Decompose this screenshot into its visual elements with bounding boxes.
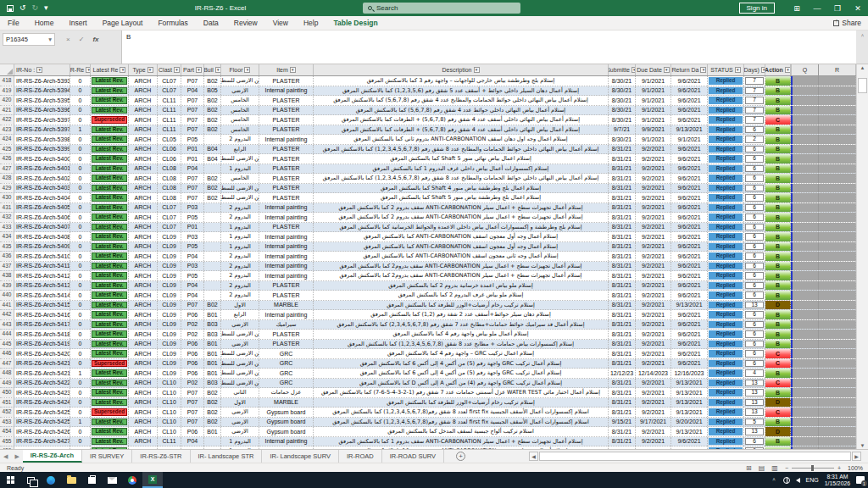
cell-class[interactable]: CL09 [158,232,181,241]
cell-due-date[interactable]: 9/2/2021 [636,213,671,222]
cell-q[interactable] [791,320,819,330]
ribbon-tab-view[interactable]: View [265,16,296,30]
row-number[interactable]: 428 [0,174,14,183]
cell-r[interactable] [819,115,856,125]
cell-days[interactable]: 6 [744,174,765,183]
cell-class[interactable]: CL09 [158,310,181,319]
cell-class[interactable]: CL09 [158,291,181,300]
cell-return-date[interactable]: 9/6/2021 [671,86,708,96]
cell-days[interactable]: 6 [744,242,765,252]
row-number[interactable]: 432 [0,213,14,222]
cell-item[interactable]: Internal painting [259,135,314,144]
cell-ir-rev[interactable]: 0 [70,154,91,164]
horizontal-scroll-thumb[interactable] [539,452,851,461]
cell-item[interactable]: PLASTER [259,76,314,86]
cell-submitted[interactable]: 8/31/21 [609,330,636,339]
row-number[interactable]: 450 [0,388,14,397]
cell-floor[interactable]: البدروم 2 [221,281,259,291]
cell-status[interactable]: Replied [708,184,744,193]
cell-action[interactable]: C [765,408,791,417]
cell-r[interactable] [819,281,856,291]
cell-part[interactable]: P07 [181,408,204,417]
ribbon-tab-home[interactable]: Home [27,16,62,30]
cell-part[interactable]: P02 [181,320,204,330]
cell-ir-rev[interactable]: 0 [70,262,91,271]
cell-latest-rev[interactable]: Latest Rev. [91,164,129,174]
cell-part[interactable]: P06 [181,427,204,436]
cell-floor[interactable]: البدروم 2 [221,203,259,213]
cell-status[interactable]: Replied [708,193,744,202]
cell-ir-no[interactable]: IR-RS-Z6-Arch-5420 [14,349,70,358]
cell-latest-rev[interactable]: Latest Rev. [91,271,129,280]
cell-due-date[interactable]: 9/2/2021 [636,281,671,291]
task-view-icon[interactable] [20,472,41,488]
cell-r[interactable] [819,408,856,417]
cell-days[interactable]: 2 [744,135,765,144]
cell-latest-rev[interactable]: Latest Rev. [91,125,129,135]
cell-building[interactable]: B01 [204,340,221,349]
ribbon-tab-formulas[interactable]: Formulas [150,16,195,30]
cell-submitted[interactable]: 9/15/21 [609,418,636,427]
cell-ir-no[interactable]: IR-RS-Z6-Arch-5416 [14,310,70,319]
cell-action[interactable]: B [765,418,791,427]
cell-description[interactable]: إستلام أعمال بياض النهائي داخلي أسقف عدد… [314,125,609,135]
cell-type[interactable]: ARCH [129,262,158,271]
cell-q[interactable] [791,174,819,183]
cell-part[interactable]: P07 [181,418,204,427]
cell-type[interactable]: ARCH [129,408,158,417]
share-button[interactable]: Share [833,19,861,27]
zoom-slider[interactable]: − + [785,465,841,471]
cell-submitted[interactable]: 8/31/21 [609,174,636,183]
cell-due-date[interactable]: 9/2/2021 [636,340,671,349]
cell-type[interactable]: ARCH [129,359,158,369]
cell-type[interactable]: ARCH [129,213,158,222]
cell-submitted[interactable]: 8/31/21 [609,145,636,154]
cell-building[interactable]: B02 [204,76,221,86]
cell-class[interactable]: CL09 [158,301,181,310]
cell-class[interactable]: CL10 [158,388,181,397]
cell-action[interactable]: B [765,135,791,144]
cell-latest-rev[interactable]: Latest Rev. [91,418,129,427]
cell-part[interactable]: P07 [181,96,204,105]
cell-status[interactable]: Replied [708,232,744,241]
row-number[interactable]: 437 [0,262,14,271]
row-number[interactable]: 449 [0,379,14,388]
row-number[interactable]: 454 [0,427,14,436]
cell-class[interactable]: CL11 [158,96,181,105]
cell-submitted[interactable]: 8/31/21 [609,359,636,369]
filter-dropdown-icon[interactable]: ▾ [147,67,153,73]
cell-item[interactable]: Internal painting [259,262,314,271]
cell-building[interactable]: B04 [204,145,221,154]
cell-due-date[interactable]: 9/17/2021 [636,418,671,427]
cell-days[interactable]: 6 [744,203,765,213]
cell-r[interactable] [819,213,856,222]
horizontal-scrollbar[interactable]: ◀ ▶ [529,452,861,461]
cell-due-date[interactable]: 9/2/2021 [636,349,671,358]
cell-latest-rev[interactable]: Latest Rev. [91,427,129,436]
cell-submitted[interactable]: 8/30/21 [609,106,636,115]
cell-ir-no[interactable]: IR-RS-Z6-Arch-5401 [14,164,70,174]
hscroll-left-icon[interactable]: ◀ [529,452,538,461]
cell-item[interactable]: PLASTER [259,164,314,174]
filter-dropdown-icon[interactable]: ▾ [244,67,250,73]
cell-part[interactable]: P01 [181,154,204,164]
cell-class[interactable]: CL11 [158,106,181,115]
sheet-tab-ir--landscape-str[interactable]: IR- Landscape STR [191,450,263,463]
row-number[interactable]: 422 [0,115,14,125]
cell-description[interactable]: إستلام أعمال تجهيزات سطح + اعمال سيلر AN… [314,213,609,222]
sheet-tab-ir-rs-z6-str[interactable]: IR-RS-Z6-STR [132,450,190,463]
cell-type[interactable]: ARCH [129,145,158,154]
cell-q[interactable] [791,154,819,164]
cell-description[interactable]: إستلام تركيب رخام أرضيات+الوزر للطرقة كم… [314,398,609,408]
cell-submitted[interactable]: 8/31/21 [609,223,636,232]
cell-return-date[interactable]: 9/1/2021 [671,135,708,144]
cell-type[interactable]: ARCH [129,398,158,408]
cell-status[interactable]: Replied [708,252,744,261]
cell-q[interactable] [791,359,819,369]
cell-class[interactable]: CL07 [158,76,181,86]
cell-ir-rev[interactable]: 0 [70,271,91,280]
cell-q[interactable] [791,164,819,174]
cell-ir-no[interactable]: IR-RS-Z6-Arch-5397 [14,125,70,135]
network-icon[interactable] [783,477,790,484]
row-number[interactable]: 418 [0,76,14,86]
